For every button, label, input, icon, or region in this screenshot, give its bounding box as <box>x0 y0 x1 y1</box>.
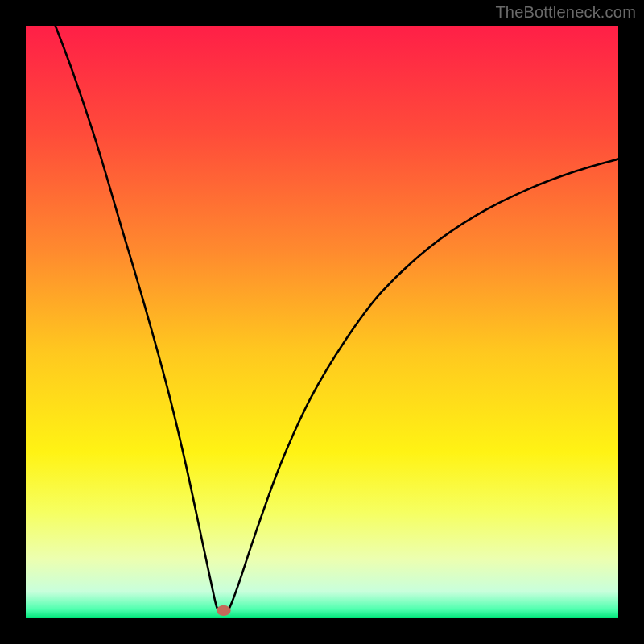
plot-area <box>26 26 618 618</box>
gradient-background <box>26 26 618 618</box>
minimum-marker <box>217 605 231 616</box>
bottleneck-chart <box>26 26 618 618</box>
chart-frame: TheBottleneck.com <box>0 0 644 644</box>
watermark-text: TheBottleneck.com <box>495 3 636 22</box>
